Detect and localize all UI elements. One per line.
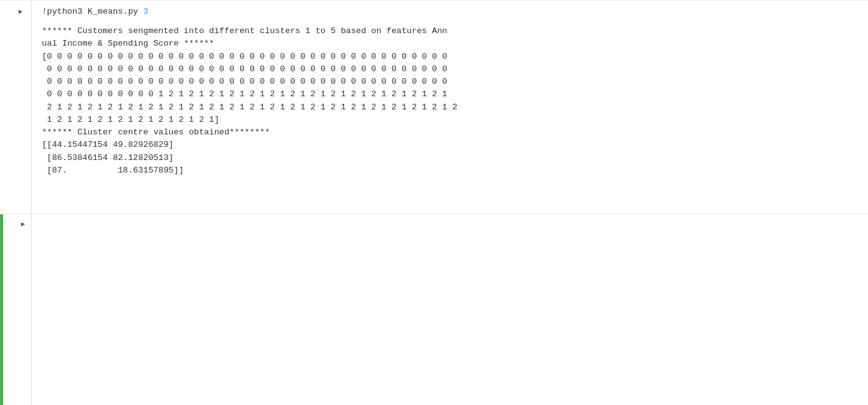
command-prefix: !python3 K_means.py bbox=[42, 7, 138, 16]
bottom-cell[interactable]: ► bbox=[0, 214, 868, 406]
input-cell: ► !python3 K_means.py 3 bbox=[0, 0, 868, 22]
output-content: ****** Customers sengmented into differe… bbox=[31, 22, 868, 214]
bottom-arrow-icon: ► bbox=[21, 221, 25, 228]
cell-input-content[interactable]: !python3 K_means.py 3 bbox=[31, 1, 868, 22]
output-block: ****** Customers sengmented into differe… bbox=[0, 22, 868, 214]
bottom-cell-indicator: ► bbox=[3, 214, 31, 406]
output-text: ****** Customers sengmented into differe… bbox=[42, 25, 860, 177]
run-arrow-icon: ► bbox=[18, 8, 23, 16]
run-command-text: !python3 K_means.py 3 bbox=[42, 7, 148, 16]
cell-indicator: ► bbox=[0, 1, 31, 22]
bottom-cell-content[interactable] bbox=[31, 214, 868, 406]
run-number: 3 bbox=[143, 7, 148, 16]
left-gutter bbox=[0, 22, 31, 214]
notebook-container: ► !python3 K_means.py 3 ****** Customers… bbox=[0, 0, 868, 405]
